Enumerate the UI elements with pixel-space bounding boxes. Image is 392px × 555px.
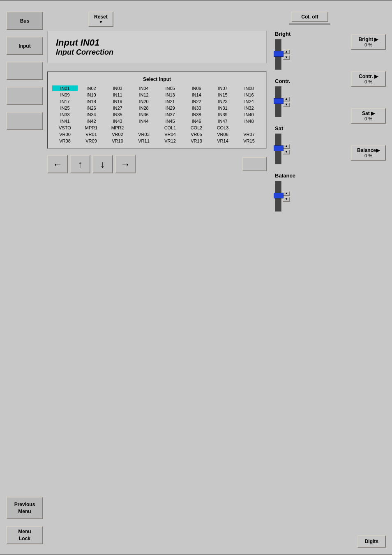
bright-down-button[interactable]: ▼: [283, 55, 290, 60]
nav-up-button[interactable]: ↑: [70, 155, 90, 173]
sat-value-button[interactable]: Sat ▶ 0 %: [351, 108, 386, 124]
input-item[interactable]: IN33: [52, 112, 78, 117]
nav-down-button[interactable]: ↓: [92, 155, 113, 173]
sat-value-label: Sat ▶: [362, 111, 375, 116]
input-item[interactable]: IN04: [131, 85, 157, 91]
input-item[interactable]: IN46: [184, 118, 209, 124]
input-item[interactable]: IN12: [131, 92, 157, 98]
input-item[interactable]: IN42: [78, 118, 104, 124]
input-item[interactable]: IN16: [236, 92, 262, 98]
input-item[interactable]: VR13: [184, 138, 209, 144]
input-item[interactable]: IN24: [236, 99, 262, 104]
input-item[interactable]: IN02: [78, 85, 104, 91]
input-item[interactable]: VR05: [184, 131, 209, 137]
nav-left-button[interactable]: ←: [47, 155, 68, 173]
input-item[interactable]: VR11: [131, 138, 157, 144]
sat-slider-track[interactable]: [275, 134, 281, 164]
right-sliders-panel: Col. off Bright ▲ ▼ Con: [271, 12, 345, 548]
input-item[interactable]: IN01: [52, 85, 78, 91]
input-item[interactable]: COL3: [210, 125, 235, 131]
input-item[interactable]: VR00: [52, 131, 78, 137]
input-item[interactable]: IN39: [210, 112, 235, 117]
input-item[interactable]: VR10: [105, 138, 130, 144]
digits-button[interactable]: Digits: [357, 535, 386, 548]
input-item[interactable]: IN03: [105, 85, 130, 91]
input-item[interactable]: VSTO: [52, 125, 78, 131]
input-item[interactable]: IN27: [105, 105, 130, 111]
input-item[interactable]: IN47: [210, 118, 235, 124]
input-item[interactable]: VR09: [78, 138, 104, 144]
sat-down-button[interactable]: ▼: [283, 150, 290, 154]
bright-value-button[interactable]: Bright ▶ 0 %: [351, 34, 386, 50]
input-item[interactable]: IN31: [210, 105, 235, 111]
input-item[interactable]: IN08: [236, 85, 262, 91]
input-item[interactable]: IN13: [157, 92, 183, 98]
input-item[interactable]: VR04: [157, 131, 183, 137]
input-item[interactable]: VR12: [157, 138, 183, 144]
input-item[interactable]: IN36: [131, 112, 157, 117]
input-item[interactable]: IN11: [105, 92, 130, 98]
input-item[interactable]: IN34: [78, 112, 104, 117]
input-item[interactable]: IN43: [105, 118, 130, 124]
input-item[interactable]: IN41: [52, 118, 78, 124]
input-item[interactable]: IN15: [210, 92, 235, 98]
input-item[interactable]: IN22: [184, 99, 209, 104]
input-item[interactable]: VR02: [105, 131, 130, 137]
input-item[interactable]: IN05: [157, 85, 183, 91]
input-item[interactable]: VR08: [52, 138, 78, 144]
input-item[interactable]: IN48: [236, 118, 262, 124]
input-item[interactable]: IN26: [78, 105, 104, 111]
input-item[interactable]: IN38: [184, 112, 209, 117]
input-item[interactable]: IN25: [52, 105, 78, 111]
input-item[interactable]: IN14: [184, 92, 209, 98]
sat-up-button[interactable]: ▲: [283, 144, 290, 149]
input-item[interactable]: IN45: [157, 118, 183, 124]
balance-slider-track[interactable]: [275, 181, 281, 212]
contr-up-button[interactable]: ▲: [283, 97, 290, 101]
input-item[interactable]: VR07: [236, 131, 262, 137]
input-item[interactable]: IN09: [52, 92, 78, 98]
menu-lock-button[interactable]: Menu Lock: [6, 526, 43, 544]
input-item[interactable]: IN19: [105, 99, 130, 104]
input-item[interactable]: IN10: [78, 92, 104, 98]
nav-right-button[interactable]: →: [115, 155, 136, 173]
input-item[interactable]: MPR2: [105, 125, 130, 131]
input-button[interactable]: Input: [6, 37, 43, 55]
input-item[interactable]: IN20: [131, 99, 157, 104]
col-off-button[interactable]: Col. off: [291, 12, 328, 22]
input-item[interactable]: VR03: [131, 131, 157, 137]
input-item[interactable]: VR06: [210, 131, 235, 137]
input-item[interactable]: IN21: [157, 99, 183, 104]
input-item[interactable]: IN23: [210, 99, 235, 104]
contr-value-button[interactable]: Contr. ▶ 0 %: [351, 71, 386, 87]
bus-button[interactable]: Bus: [6, 12, 43, 30]
input-item[interactable]: IN32: [236, 105, 262, 111]
contr-slider-track[interactable]: [275, 86, 281, 117]
input-item[interactable]: IN35: [105, 112, 130, 117]
input-item[interactable]: IN30: [184, 105, 209, 111]
balance-down-button[interactable]: ▼: [283, 197, 290, 202]
input-item[interactable]: VR01: [78, 131, 104, 137]
contr-down-button[interactable]: ▼: [283, 102, 290, 107]
input-item[interactable]: IN28: [131, 105, 157, 111]
reset-button[interactable]: Reset ▼: [88, 12, 113, 27]
input-item[interactable]: IN40: [236, 112, 262, 117]
input-item[interactable]: COL1: [157, 125, 183, 131]
input-item[interactable]: IN18: [78, 99, 104, 104]
bright-up-button[interactable]: ▲: [283, 49, 290, 54]
input-item[interactable]: IN06: [184, 85, 209, 91]
input-item[interactable]: VR15: [236, 138, 262, 144]
bright-slider-track[interactable]: [275, 39, 281, 70]
input-item[interactable]: IN29: [157, 105, 183, 111]
balance-up-button[interactable]: ▲: [283, 191, 290, 196]
input-item[interactable]: IN07: [210, 85, 235, 91]
col-off-section: Col. off: [275, 12, 345, 25]
input-item[interactable]: COL2: [184, 125, 209, 131]
input-item[interactable]: IN37: [157, 112, 183, 117]
previous-menu-button[interactable]: Previous Menu: [6, 497, 43, 519]
input-item[interactable]: MPR1: [78, 125, 104, 131]
input-item[interactable]: VR14: [210, 138, 235, 144]
balance-value-button[interactable]: Balance▶ 0 %: [351, 145, 386, 161]
input-item[interactable]: IN44: [131, 118, 157, 124]
input-item[interactable]: IN17: [52, 99, 78, 104]
